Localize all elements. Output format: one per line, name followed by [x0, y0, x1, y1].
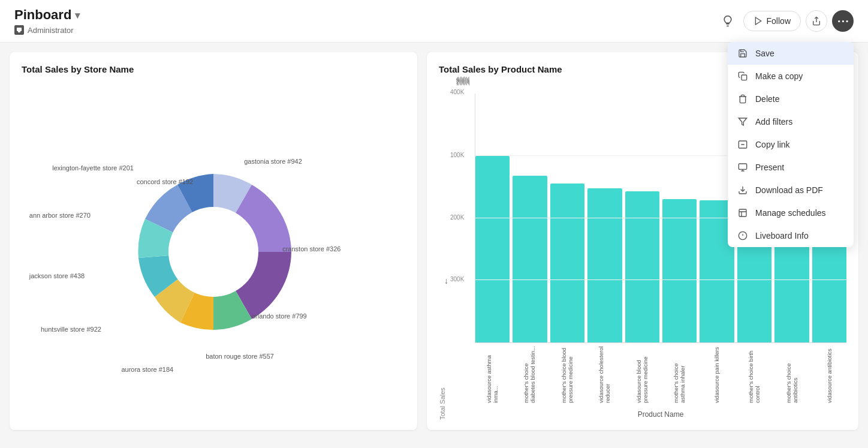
y-label-400k: 400K	[450, 89, 464, 95]
menu-item-delete[interactable]: Delete	[728, 88, 854, 110]
x-label-9: mother's choice antibiotics	[774, 343, 809, 409]
label-baton: baton rouge store #557	[206, 353, 274, 360]
bar-5	[625, 191, 659, 342]
filter-icon	[737, 116, 748, 127]
x-axis-labels: vidasource asthma inma... mother's choic…	[448, 343, 846, 409]
bar-4	[587, 188, 622, 342]
make-copy-icon	[737, 71, 748, 82]
menu-make-copy-label: Make a copy	[755, 71, 803, 81]
bar-2	[513, 176, 547, 342]
x-label-3: mother's choice blood pressure medicine	[550, 343, 584, 409]
svg-rect-7	[739, 164, 746, 169]
menu-item-make-copy[interactable]: Make a copy	[728, 65, 854, 88]
x-label-10: vidasource antibiotics	[812, 343, 847, 409]
menu-liveboard-info-label: Liveboard Info	[755, 231, 809, 240]
label-annarbor: ann arbor store #270	[29, 212, 91, 219]
svg-marker-4	[739, 118, 746, 125]
x-axis-title: Product Name	[448, 409, 846, 420]
copy-link-icon	[737, 139, 748, 150]
svg-rect-1	[18, 31, 20, 32]
y-label-300k: 300K	[450, 276, 464, 282]
y-axis-label: Total Sales	[439, 84, 446, 420]
donut-chart-title: Total Sales by Store Name	[22, 64, 405, 74]
bar-10	[812, 244, 846, 342]
more-icon: ⋯	[837, 14, 849, 28]
title-arrow[interactable]: ▾	[75, 10, 80, 21]
lightbulb-button[interactable]	[717, 10, 739, 32]
x-label-4: vidasource cholesterol reducer	[587, 343, 622, 409]
x-label-2: mother's choice diabetes blood testin...	[513, 343, 547, 409]
donut-svg	[117, 156, 309, 348]
menu-item-liveboard-info[interactable]: Liveboard Info	[728, 224, 854, 247]
schedule-icon	[737, 208, 748, 218]
bar-3	[550, 184, 584, 342]
menu-download-pdf-label: Download as PDF	[755, 185, 823, 195]
header: Pinboard ▾ Administrator Follow ⋯	[0, 0, 868, 43]
x-label-8: mother's choice birth control	[737, 343, 772, 409]
menu-add-filters-label: Add filters	[755, 117, 792, 127]
save-icon	[737, 48, 748, 59]
more-button[interactable]: ⋯	[832, 10, 854, 32]
x-label-1: vidasource asthma inma...	[475, 343, 510, 409]
donut-hole	[168, 207, 258, 297]
x-label-7: vidasource pain killers	[700, 343, 734, 409]
label-jackson: jackson store #438	[29, 272, 85, 279]
menu-item-copy-link[interactable]: Copy link	[728, 133, 854, 156]
menu-manage-schedules-label: Manage schedules	[755, 208, 826, 218]
dropdown-menu: Save Make a copy Delete Add filters Copy…	[728, 42, 854, 247]
follow-button[interactable]: Follow	[743, 11, 801, 31]
follow-label: Follow	[767, 16, 791, 26]
download-icon	[737, 185, 748, 196]
share-button[interactable]	[806, 10, 827, 32]
bar-9	[774, 240, 809, 342]
admin-row: Administrator	[14, 25, 80, 35]
svg-rect-3	[742, 75, 747, 80]
y-label-100k: 100K	[450, 152, 464, 158]
y-label-200k: 200K	[450, 214, 464, 221]
y-tick-100k: 100K	[456, 80, 470, 86]
menu-item-save[interactable]: Save	[728, 42, 854, 65]
menu-save-label: Save	[755, 49, 774, 58]
menu-item-present[interactable]: Present	[728, 156, 854, 179]
menu-item-manage-schedules[interactable]: Manage schedules	[728, 202, 854, 224]
donut-chart-card: Total Sales by Store Name	[10, 52, 417, 430]
menu-item-download-pdf[interactable]: Download as PDF	[728, 179, 854, 202]
label-huntsville: huntsville store #922	[41, 326, 101, 333]
menu-copy-link-label: Copy link	[755, 140, 790, 149]
admin-icon	[14, 25, 24, 35]
x-label-5: vidasource blood pressure medicine	[625, 343, 659, 409]
pinboard-title: Pinboard ▾	[14, 7, 80, 23]
header-left: Pinboard ▾ Administrator	[14, 7, 80, 35]
present-icon	[737, 162, 748, 173]
bar-1	[475, 156, 510, 342]
admin-label: Administrator	[28, 26, 74, 35]
menu-delete-label: Delete	[755, 94, 779, 104]
header-right: Follow ⋯	[717, 10, 854, 32]
label-aurora: aurora store #184	[121, 366, 173, 373]
svg-rect-0	[17, 28, 22, 31]
title-text: Pinboard	[14, 7, 71, 23]
svg-rect-11	[739, 209, 746, 217]
arrow-indicator: ↓	[444, 276, 448, 285]
menu-present-label: Present	[755, 163, 784, 172]
delete-icon	[737, 94, 748, 104]
menu-item-add-filters[interactable]: Add filters	[728, 110, 854, 133]
bar-6	[662, 199, 697, 342]
x-label-6: mother's choice asthma inhaler	[662, 343, 697, 409]
info-icon	[737, 230, 748, 241]
